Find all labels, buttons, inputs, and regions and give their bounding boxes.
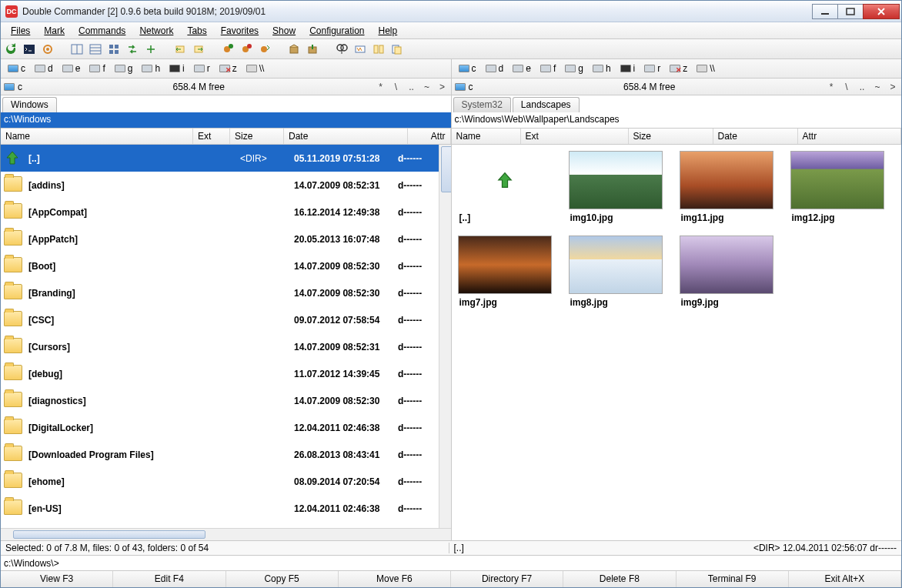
right-thumbnail-grid[interactable]: [..]img10.jpgimg11.jpgimg12.jpgimg7.jpgi… [452,145,902,540]
current-drive-button[interactable]: c [4,82,22,92]
drive-e[interactable]: e [509,62,535,75]
drive-network[interactable]: \\ [693,62,719,75]
drive-e[interactable]: e [58,62,85,75]
close-button[interactable] [863,4,900,19]
multirename-icon[interactable] [353,42,367,56]
nav-forward-icon[interactable]: > [887,82,898,92]
menu-help[interactable]: Help [372,23,405,38]
copy-names-icon[interactable] [390,42,404,56]
sync-dirs-icon[interactable] [372,42,386,56]
nav-home-icon[interactable]: ~ [872,82,883,92]
thumb-img8.jpg[interactable]: img8.jpg [569,236,663,308]
nav-up-icon[interactable]: .. [857,82,867,92]
fn-move[interactable]: Move F6 [339,571,451,587]
menu-favorites[interactable]: Favorites [214,23,266,38]
drive-c[interactable]: c [4,62,29,75]
list-row[interactable]: [debug]11.07.2012 14:39:45d------ [1,360,451,387]
thumb-img9.jpg[interactable]: img9.jpg [680,236,773,308]
thumb-up[interactable]: [..] [458,151,552,223]
drive-i[interactable]: i [165,62,189,75]
col-attr[interactable]: Attr [408,129,451,144]
col-ext[interactable]: Ext [193,129,230,144]
drive-h[interactable]: h [138,62,164,75]
drive-d[interactable]: d [31,62,57,75]
brief-view-icon[interactable] [70,42,84,56]
gear-plus-icon[interactable] [221,42,235,56]
list-row[interactable]: [Downloaded Program Files]26.08.2013 08:… [1,441,451,468]
drive-g[interactable]: g [111,62,137,75]
gear-swap-icon[interactable] [258,42,272,56]
thumb-img11.jpg[interactable]: img11.jpg [680,151,773,223]
list-row[interactable]: [AppCompat]16.12.2014 12:49:38d------ [1,199,451,226]
list-row[interactable]: [Branding]14.07.2009 08:52:30d------ [1,279,451,306]
col-ext[interactable]: Ext [521,129,629,144]
fn-copy[interactable]: Copy F5 [226,571,339,587]
swap-panels-icon[interactable] [125,42,139,56]
list-row-up[interactable]: [..] <DIR> 05.11.2019 07:51:28 d------ [1,145,451,172]
maximize-button[interactable] [837,4,864,19]
nav-favorites-icon[interactable]: * [826,82,837,92]
thumb-img12.jpg[interactable]: img12.jpg [790,151,884,223]
list-row[interactable]: [en-US]12.04.2011 02:46:38d------ [1,495,451,522]
list-row[interactable]: [Cursors]14.07.2009 08:52:31d------ [1,333,451,360]
nav-root-icon[interactable]: \ [841,82,852,92]
current-drive-button[interactable]: c [455,82,473,92]
menu-tabs[interactable]: Tabs [180,23,213,38]
target-equal-source-icon[interactable] [144,42,158,56]
right-path[interactable]: c:\Windows\Web\Wallpaper\Landscapes [452,112,902,128]
gear-minus-icon[interactable] [239,42,253,56]
fn-view[interactable]: View F3 [1,571,113,587]
drive-g[interactable]: g [561,62,587,75]
cmd-input[interactable] [62,558,898,569]
unpack-icon[interactable] [306,42,319,56]
col-attr[interactable]: Attr [798,129,902,144]
left-file-list[interactable]: [..] <DIR> 05.11.2019 07:51:28 d------ [… [1,145,451,528]
drive-f[interactable]: f [536,62,560,75]
left-path[interactable]: c:\Windows [1,112,452,128]
col-size[interactable]: Size [629,129,713,144]
full-view-icon[interactable] [89,42,102,56]
menu-mark[interactable]: Mark [37,23,72,38]
horizontal-scrollbar[interactable] [1,528,451,540]
col-size[interactable]: Size [230,129,284,144]
pack-icon[interactable] [287,42,301,56]
nav-root-icon[interactable]: \ [391,82,402,92]
drive-f[interactable]: f [85,62,109,75]
drive-network[interactable]: \\ [242,62,269,75]
list-row[interactable]: [ehome]08.09.2014 07:20:54d------ [1,468,451,495]
fn-delete[interactable]: Delete F8 [563,571,676,587]
command-line[interactable]: c:\Windows\> [1,555,901,570]
fn-directory[interactable]: Directory F7 [451,571,563,587]
tab-windows[interactable]: Windows [2,97,57,112]
col-name[interactable]: Name [452,129,521,144]
list-row[interactable]: [CSC]09.07.2012 07:58:54d------ [1,306,451,333]
fn-exit[interactable]: Exit Alt+X [789,571,901,587]
refresh-icon[interactable] [4,42,18,56]
drive-r[interactable]: r [640,62,664,75]
fn-edit[interactable]: Edit F4 [113,571,226,587]
menu-files[interactable]: Files [4,23,37,38]
nav-up-icon[interactable]: .. [406,82,417,92]
drive-d[interactable]: d [482,62,508,75]
drive-r[interactable]: r [190,62,214,75]
list-row[interactable]: [diagnostics]14.07.2009 08:52:30d------ [1,387,451,414]
copy-left-icon[interactable] [173,42,187,56]
copy-right-icon[interactable] [192,42,205,56]
search-icon[interactable] [335,42,349,56]
col-date[interactable]: Date [284,129,408,144]
menu-network[interactable]: Network [132,23,180,38]
col-date[interactable]: Date [713,129,798,144]
options-icon[interactable] [41,42,55,56]
drive-z[interactable]: z [215,62,241,75]
menu-show[interactable]: Show [266,23,302,38]
nav-favorites-icon[interactable]: * [376,82,386,92]
col-name[interactable]: Name [1,129,193,144]
tab-landscapes[interactable]: Landscapes [513,97,580,112]
list-row[interactable]: [AppPatch]20.05.2013 16:07:48d------ [1,226,451,252]
drive-h[interactable]: h [589,62,615,75]
vertical-scrollbar[interactable] [439,145,451,528]
list-row[interactable]: [addins]14.07.2009 08:52:31d------ [1,172,451,199]
tab-system32[interactable]: System32 [453,97,511,112]
fn-terminal[interactable]: Terminal F9 [676,571,789,587]
list-row[interactable]: [DigitalLocker]12.04.2011 02:46:38d-----… [1,414,451,441]
